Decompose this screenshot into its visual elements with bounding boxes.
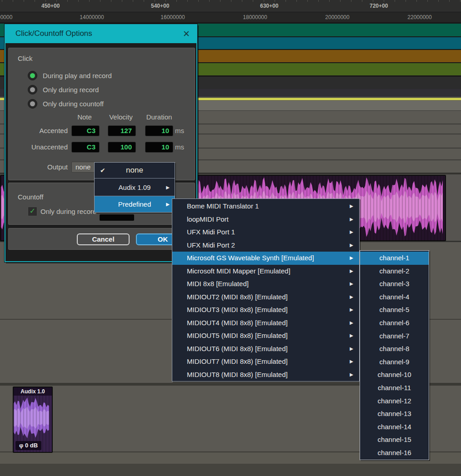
phase-icon: φ bbox=[19, 442, 23, 449]
radio-label: Only during record bbox=[43, 86, 99, 94]
radio-during-play-and-record[interactable] bbox=[28, 71, 37, 80]
submenu-arrow-icon: ▶ bbox=[350, 291, 353, 304]
submenu-arrow-icon: ▶ bbox=[350, 200, 353, 213]
sample-label: 16000000 bbox=[160, 14, 185, 20]
close-icon[interactable]: ✕ bbox=[183, 29, 190, 39]
unit-label: ms bbox=[175, 127, 184, 134]
menu-item-channel[interactable]: channel-6 bbox=[360, 317, 429, 330]
submenu-arrow-icon: ▶ bbox=[350, 278, 353, 291]
only-during-record-checkbox[interactable]: ✓ bbox=[28, 207, 37, 216]
menu-item-device[interactable]: Microsoft MIDI Mapper [Emulated]▶ bbox=[172, 265, 359, 278]
cancel-button[interactable]: Cancel bbox=[77, 233, 130, 245]
radio-only-during-record[interactable] bbox=[28, 85, 37, 94]
daw-screen: 450+00 540+00 630+00 720+00 00000 140000… bbox=[0, 0, 461, 476]
menu-item-device[interactable]: UFX Midi Port 2▶ bbox=[172, 239, 359, 252]
menu-item-device[interactable]: MIDIOUT6 (MIDI 8x8) [Emulated]▶ bbox=[172, 342, 359, 356]
row-label: Unaccented bbox=[13, 143, 68, 151]
menu-item-device[interactable]: MIDIOUT3 (MIDI 8x8) [Emulated]▶ bbox=[172, 303, 359, 317]
menu-item-channel[interactable]: channel-7 bbox=[360, 330, 429, 343]
unaccented-velocity-field[interactable]: 100 bbox=[108, 142, 136, 153]
menu-item-none[interactable]: ✔ none bbox=[95, 163, 175, 178]
accented-velocity-field[interactable]: 127 bbox=[108, 125, 136, 136]
submenu-arrow-icon: ▶ bbox=[350, 329, 353, 342]
unaccented-note-field[interactable]: C3 bbox=[71, 142, 100, 153]
accented-duration-field[interactable]: 10 bbox=[145, 125, 173, 136]
submenu-arrow-icon: ▶ bbox=[350, 213, 353, 226]
submenu-arrow-icon: ▶ bbox=[350, 368, 353, 382]
menu-item-channel[interactable]: channel-13 bbox=[360, 407, 429, 421]
submenu-arrow-icon: ▶ bbox=[350, 355, 353, 368]
timecode-label: 630+00 bbox=[260, 3, 278, 9]
track-lane[interactable] bbox=[0, 464, 461, 476]
menu-item-channel[interactable]: channel-3 bbox=[360, 278, 429, 291]
channel-menu: channel-1 channel-2 channel-3 channel-4 … bbox=[360, 250, 429, 460]
clip-title: Audix 1.0 bbox=[14, 387, 52, 396]
column-header-duration: Duration bbox=[146, 113, 172, 121]
menu-item-channel[interactable]: channel-4 bbox=[360, 291, 429, 304]
menu-item-channel[interactable]: channel-10 bbox=[360, 368, 429, 382]
menu-item-device[interactable]: MIDI 8x8 [Emulated]▶ bbox=[172, 278, 359, 291]
submenu-arrow-icon: ▶ bbox=[350, 317, 353, 330]
menu-item-channel[interactable]: channel-11 bbox=[360, 382, 429, 395]
submenu-arrow-icon: ▶ bbox=[350, 303, 353, 317]
menu-item-channel[interactable]: channel-8 bbox=[360, 342, 429, 356]
submenu-arrow-icon: ▶ bbox=[350, 265, 353, 278]
radio-only-during-countoff[interactable] bbox=[28, 99, 37, 109]
unaccented-duration-field[interactable]: 10 bbox=[145, 142, 173, 153]
click-section: Click During play and record Only during… bbox=[8, 48, 195, 180]
menu-item-predefined[interactable]: Predefined ▶ bbox=[95, 196, 175, 212]
menu-item-channel[interactable]: channel-12 bbox=[360, 395, 429, 408]
sample-label: 14000000 bbox=[80, 14, 104, 20]
timeline-ruler-samples[interactable]: 00000 14000000 16000000 18000000 2000000… bbox=[0, 12, 461, 23]
menu-item-channel[interactable]: channel-14 bbox=[360, 421, 429, 434]
column-header-note: Note bbox=[77, 113, 92, 121]
menu-item-device[interactable]: MIDIOUT7 (MIDI 8x8) [Emulated]▶ bbox=[172, 355, 359, 368]
submenu-arrow-icon: ▶ bbox=[350, 239, 353, 252]
dialog-title-bar[interactable]: Click/Countoff Options ✕ bbox=[5, 25, 196, 43]
waveform-graphic bbox=[14, 396, 50, 440]
dialog-title: Click/Countoff Options bbox=[15, 29, 92, 38]
audio-clip-audix[interactable]: Audix 1.0 φ 0 dB bbox=[13, 387, 53, 453]
menu-item-device[interactable]: MIDIOUT2 (MIDI 8x8) [Emulated]▶ bbox=[172, 291, 359, 304]
menu-item-channel[interactable]: channel-2 bbox=[360, 265, 429, 278]
menu-item-device[interactable]: Bome MIDI Translator 1▶ bbox=[172, 200, 359, 213]
submenu-arrow-icon: ▶ bbox=[350, 226, 353, 239]
timecode-label: 720+00 bbox=[370, 3, 388, 9]
radio-label: Only during countoff bbox=[43, 100, 104, 108]
menu-item-device[interactable]: MIDIOUT4 (MIDI 8x8) [Emulated]▶ bbox=[172, 317, 359, 330]
menu-item-channel[interactable]: channel-9 bbox=[360, 356, 429, 369]
menu-item-device-highlighted[interactable]: Microsoft GS Wavetable Synth [Emulated]▶ bbox=[172, 252, 359, 265]
menu-item-device[interactable]: loopMIDI Port▶ bbox=[172, 213, 359, 226]
menu-item-device[interactable]: MIDIOUT5 (MIDI 8x8) [Emulated]▶ bbox=[172, 329, 359, 342]
submenu-arrow-icon: ▶ bbox=[166, 202, 170, 207]
sample-label: 18000000 bbox=[243, 14, 267, 20]
submenu-arrow-icon: ▶ bbox=[166, 185, 170, 190]
unit-label: ms bbox=[175, 143, 184, 151]
radio-label: During play and record bbox=[43, 72, 112, 79]
checkbox-label: Only during record bbox=[40, 208, 96, 215]
radio-row: Only during record bbox=[28, 83, 99, 96]
row-label: Accented bbox=[13, 127, 68, 134]
menu-item-channel[interactable]: channel-1 bbox=[360, 252, 429, 265]
menu-item-device[interactable]: MIDIOUT8 (MIDI 8x8) [Emulated]▶ bbox=[172, 368, 359, 382]
device-menu: Bome MIDI Translator 1▶ loopMIDI Port▶ U… bbox=[172, 198, 360, 382]
click-section-label: Click bbox=[18, 55, 33, 62]
menu-item-channel[interactable]: channel-5 bbox=[360, 303, 429, 317]
countoff-section-label: Countoff bbox=[18, 193, 43, 201]
sample-label: 22000000 bbox=[407, 14, 431, 20]
menu-item-audix[interactable]: Audix 1.09 ▶ bbox=[95, 178, 175, 196]
countoff-measures-field[interactable] bbox=[100, 214, 134, 221]
accented-note-field[interactable]: C3 bbox=[71, 125, 100, 136]
button-row: Cancel OK bbox=[8, 228, 195, 250]
column-header-velocity: Velocity bbox=[109, 113, 133, 121]
menu-item-device[interactable]: UFX Midi Port 1▶ bbox=[172, 226, 359, 239]
click-countoff-dialog: Click/Countoff Options ✕ Click During pl… bbox=[5, 24, 197, 262]
timecode-label: 540+00 bbox=[151, 3, 169, 9]
menu-item-channel[interactable]: channel-16 bbox=[360, 446, 429, 460]
radio-row: During play and record bbox=[28, 69, 112, 82]
timeline-ruler-timecode[interactable]: 450+00 540+00 630+00 720+00 bbox=[0, 0, 461, 12]
menu-item-channel[interactable]: channel-15 bbox=[360, 433, 429, 446]
radio-row: Only during countoff bbox=[28, 97, 104, 110]
sample-label: 00000 bbox=[0, 14, 12, 20]
sample-label: 20000000 bbox=[325, 14, 349, 20]
